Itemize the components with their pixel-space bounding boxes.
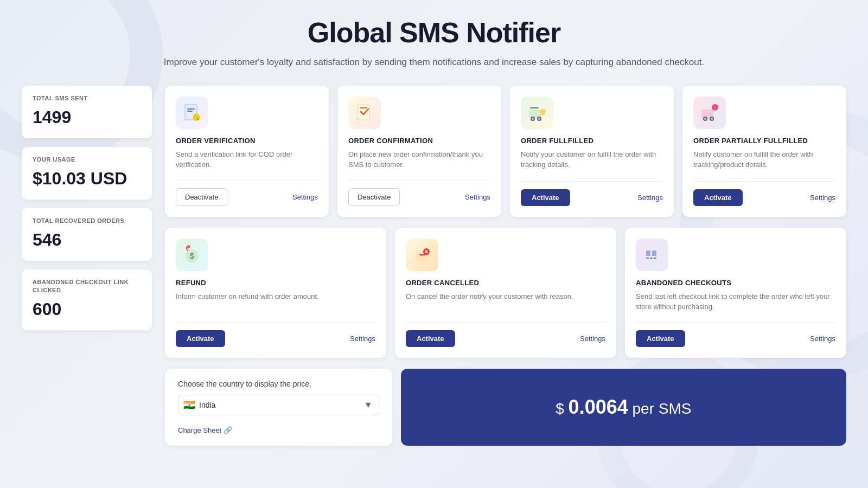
- svg-rect-34: [650, 258, 653, 259]
- refund-icon: $: [176, 239, 208, 271]
- card-abandoned-checkouts-actions: Activate Settings: [636, 330, 835, 347]
- stat-card-total-sms-sent: TOTAL SMS SENT 1499: [22, 86, 152, 138]
- activate-order-fulfilled-button[interactable]: Activate: [521, 189, 570, 206]
- svg-text:!: !: [714, 106, 716, 111]
- card-refund-actions: Activate Settings: [176, 330, 375, 347]
- svg-rect-31: [646, 251, 650, 256]
- abandoned-checkouts-icon: [636, 239, 668, 271]
- country-selector-card: Choose the country to display the price.…: [165, 369, 392, 446]
- price-text: $ 0.0064 per SMS: [556, 396, 691, 419]
- country-select[interactable]: India United States United Kingdom: [178, 395, 379, 415]
- page-subtitle: Improve your customer's loyalty and sati…: [22, 55, 846, 69]
- svg-rect-32: [652, 251, 656, 256]
- svg-rect-35: [654, 258, 656, 259]
- charge-sheet-link[interactable]: Charge Sheet 🔗: [178, 426, 232, 434]
- activate-abandoned-checkouts-button[interactable]: Activate: [636, 330, 685, 347]
- stat-card-your-usage: YOUR USAGE $10.03 USD: [22, 147, 152, 200]
- card-refund: $ REFUND Inform customer on refund with …: [165, 228, 386, 358]
- order-confirmation-icon: [348, 97, 381, 129]
- svg-rect-15: [530, 107, 539, 108]
- content-area: 🔍 ORDER VERIFICATION Send a verification…: [165, 86, 846, 446]
- svg-text:$: $: [190, 252, 194, 260]
- country-selector-label: Choose the country to display the price.: [178, 380, 379, 388]
- activate-refund-button[interactable]: Activate: [176, 330, 225, 347]
- card-order-cancelled: ORDER CANCELLED On cancel the order noti…: [395, 228, 616, 358]
- order-fulfilled-icon: [521, 97, 553, 129]
- price-prefix: $: [556, 400, 568, 417]
- svg-point-25: [187, 245, 190, 248]
- svg-point-18: [704, 118, 706, 120]
- page-title: Global SMS Notifier: [22, 16, 846, 49]
- deactivate-order-verification-button[interactable]: Deactivate: [176, 188, 227, 206]
- card-order-partial-actions: Activate Settings: [693, 189, 835, 206]
- price-amount: 0.0064: [569, 396, 628, 418]
- sidebar: TOTAL SMS SENT 1499 YOUR USAGE $10.03 US…: [22, 86, 152, 330]
- settings-order-verification-link[interactable]: Settings: [292, 193, 318, 201]
- order-partial-icon: !: [693, 97, 726, 129]
- stat-card-abandoned-checkout-link-clicked: ABANDONED CHECKOUT LINK CLICKED 600: [22, 269, 152, 330]
- card-order-confirmation: ORDER CONFIRMATION On place new order co…: [337, 86, 501, 217]
- card-order-cancelled-actions: Activate Settings: [406, 330, 605, 347]
- price-banner: $ 0.0064 per SMS: [401, 369, 846, 446]
- card-order-fulfilled-actions: Activate Settings: [521, 189, 663, 206]
- activate-order-cancelled-button[interactable]: Activate: [406, 330, 455, 347]
- activate-order-partial-button[interactable]: Activate: [693, 189, 743, 206]
- card-order-partial: ! ORDER PARTIALLY FULLFILLED Notify cust…: [682, 86, 846, 217]
- settings-order-cancelled-link[interactable]: Settings: [580, 335, 605, 343]
- settings-order-confirmation-link[interactable]: Settings: [465, 193, 490, 201]
- order-cancelled-icon: [406, 239, 438, 271]
- svg-point-13: [538, 118, 540, 120]
- svg-rect-8: [360, 107, 367, 108]
- cards-row-2: $ REFUND Inform customer on refund with …: [165, 228, 846, 358]
- svg-rect-2: [187, 108, 195, 110]
- svg-text:🔍: 🔍: [194, 115, 199, 120]
- svg-rect-3: [187, 111, 193, 112]
- svg-rect-7: [358, 105, 369, 119]
- card-order-confirmation-actions: Deactivate Settings: [348, 188, 490, 206]
- order-verification-icon: 🔍: [176, 97, 208, 129]
- card-order-verification: 🔍 ORDER VERIFICATION Send a verification…: [165, 86, 329, 217]
- settings-refund-link[interactable]: Settings: [350, 335, 375, 343]
- svg-rect-33: [646, 258, 649, 259]
- settings-order-partial-link[interactable]: Settings: [810, 194, 835, 202]
- stat-card-total-recovered-orders: TOTAL RECOVERED ORDERS 546: [22, 208, 152, 261]
- svg-point-20: [711, 118, 713, 120]
- card-order-fulfilled: ORDER FULLFILLED Notify your customer on…: [510, 86, 674, 217]
- bottom-section: Choose the country to display the price.…: [165, 369, 846, 446]
- cards-row-1: 🔍 ORDER VERIFICATION Send a verification…: [165, 86, 846, 217]
- page-header: Global SMS Notifier Improve your custome…: [22, 16, 846, 69]
- svg-point-11: [532, 118, 534, 120]
- card-order-verification-actions: Deactivate Settings: [176, 188, 318, 206]
- svg-marker-14: [540, 110, 546, 115]
- card-abandoned-checkouts: ABANDONED CHECKOUTS Send last left check…: [625, 228, 846, 358]
- settings-abandoned-checkouts-link[interactable]: Settings: [810, 335, 835, 343]
- price-suffix: per SMS: [628, 400, 692, 417]
- deactivate-order-confirmation-button[interactable]: Deactivate: [348, 188, 400, 206]
- settings-order-fulfilled-link[interactable]: Settings: [637, 194, 663, 202]
